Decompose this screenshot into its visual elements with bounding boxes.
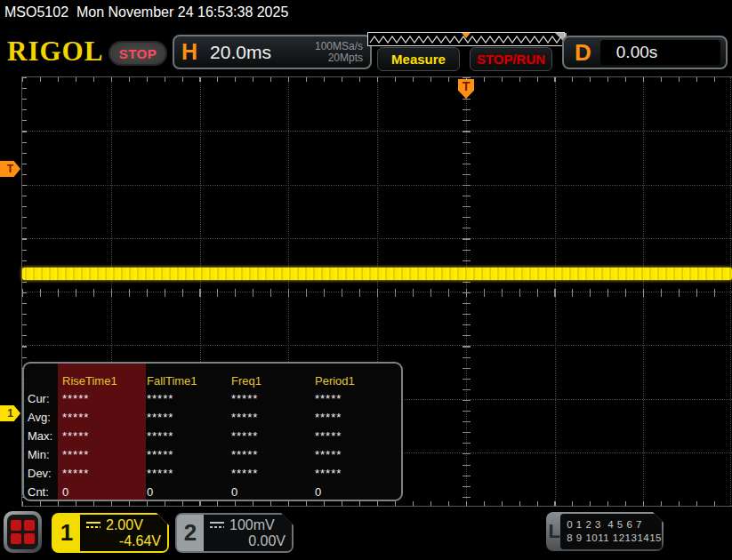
- row-label: Cnt:: [28, 483, 62, 501]
- table-cell: *****: [147, 445, 231, 464]
- table-cell: *****: [231, 389, 315, 408]
- column-header: FallTime1: [147, 371, 231, 390]
- sample-rate: 100MSa/s: [315, 40, 363, 52]
- row-label: Avg:: [28, 408, 62, 427]
- table-cell: *****: [62, 408, 147, 427]
- table-cell: *****: [315, 427, 401, 445]
- measure-button[interactable]: Measure: [377, 47, 460, 71]
- gridline: [22, 185, 732, 186]
- rigol-logo: RIGOL: [7, 36, 103, 68]
- channel-2-scale: 100mV: [229, 517, 275, 533]
- measurement-table: RiseTime1 FallTime1 Freq1 Period1 Cur: *…: [22, 362, 403, 501]
- graticule-ticks-top: [22, 77, 732, 82]
- table-cell: 0: [315, 483, 401, 501]
- row-label: Cur:: [28, 389, 62, 408]
- table-cell: 0: [231, 483, 315, 501]
- preview-trigger-position-icon[interactable]: [462, 33, 471, 38]
- delay-value: 0.00s: [600, 40, 720, 65]
- table-cell: *****: [62, 427, 147, 445]
- table-cell: 0: [147, 483, 231, 501]
- stop-run-button[interactable]: STOP/RUN: [470, 47, 552, 71]
- channel-1-status[interactable]: 1 2.00V -4.64V: [52, 513, 169, 553]
- table-cell: *****: [315, 389, 401, 408]
- gridline: [22, 131, 732, 132]
- table-cell: *****: [231, 445, 315, 464]
- trigger-position-marker[interactable]: T: [458, 79, 474, 99]
- column-header: Freq1: [231, 371, 315, 390]
- column-header: RiseTime1: [62, 371, 147, 390]
- row-label: Max:: [28, 427, 62, 445]
- row-label: Dev:: [28, 464, 62, 483]
- timebase-value: 20.0ms: [210, 42, 315, 63]
- waveform-preview-strip[interactable]: [367, 32, 565, 46]
- channel-2-offset: 0.00V: [209, 533, 286, 549]
- table-cell: *****: [315, 445, 401, 464]
- trigger-level-marker[interactable]: T: [0, 161, 20, 177]
- channel-2-status[interactable]: 2 100mV 0.00V: [175, 513, 294, 553]
- oscilloscope-screen: MSO5102 Mon November 24 16:53:38 2025 RI…: [0, 0, 732, 560]
- channel-1-number: 1: [53, 515, 80, 551]
- grid-icon: [7, 515, 38, 549]
- ch1-offset-marker[interactable]: 1: [0, 405, 20, 421]
- table-cell: 0: [62, 483, 147, 501]
- table-cell: *****: [147, 408, 231, 427]
- model-and-datetime: MSO5102 Mon November 24 16:53:38 2025: [4, 4, 288, 20]
- horizontal-settings-box[interactable]: H 20.0ms 100MSa/s 20Mpts: [173, 35, 372, 69]
- table-cell: *****: [231, 464, 315, 483]
- dc-coupling-icon: [85, 521, 101, 530]
- d-label: D: [575, 39, 591, 67]
- table-cell: *****: [147, 427, 231, 445]
- gridline: [22, 238, 732, 239]
- gridline: [22, 345, 732, 346]
- table-cell: *****: [231, 408, 315, 427]
- digital-channels-row1: 0 1 2 3 4 5 6 7: [567, 518, 662, 532]
- table-cell: *****: [231, 427, 315, 445]
- ch1-trace: [22, 268, 732, 280]
- windows-menu-button[interactable]: [4, 511, 42, 553]
- center-axis-ticks: [22, 289, 732, 297]
- digital-channels-row2: 8 9 1011 12131415: [567, 532, 662, 545]
- table-cell: *****: [315, 464, 401, 483]
- channel-2-number: 2: [177, 515, 204, 551]
- run-state-badge: STOP: [109, 41, 167, 66]
- table-cell: *****: [62, 389, 147, 408]
- memory-depth: 20Mpts: [328, 52, 363, 64]
- table-cell: *****: [62, 464, 147, 483]
- column-header: Period1: [315, 371, 401, 390]
- logic-analyzer-label: L: [548, 514, 560, 549]
- delay-settings-box[interactable]: D 0.00s: [562, 36, 728, 69]
- graticule-ticks-bottom: [22, 501, 732, 506]
- table-cell: *****: [147, 464, 231, 483]
- table-cell: *****: [315, 408, 401, 427]
- table-cell: *****: [62, 445, 147, 464]
- dc-coupling-icon: [209, 521, 225, 530]
- h-label: H: [181, 39, 197, 65]
- channel-1-scale: 2.00V: [106, 517, 143, 533]
- channel-1-offset: -4.64V: [85, 533, 161, 549]
- row-label: Min:: [28, 445, 62, 464]
- table-cell: *****: [147, 389, 231, 408]
- logic-analyzer-status[interactable]: L 0 1 2 3 4 5 6 7 8 9 1011 12131415: [546, 512, 664, 551]
